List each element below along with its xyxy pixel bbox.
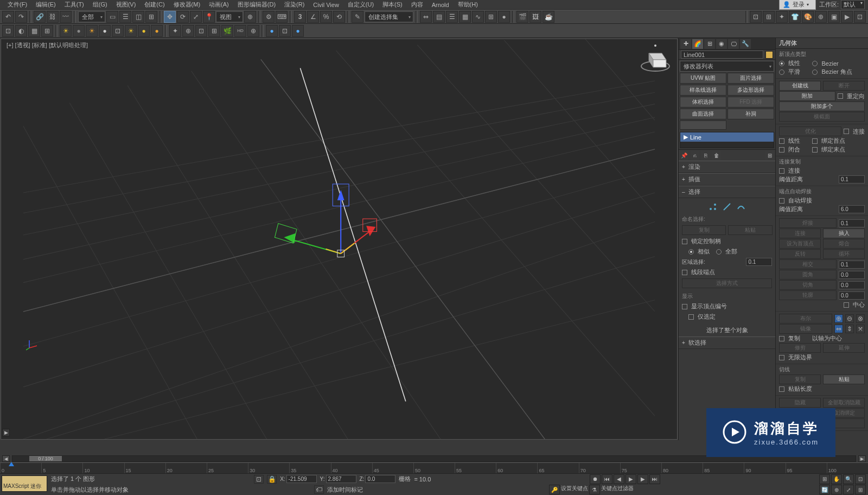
menu-group[interactable]: 组(G) xyxy=(88,1,112,9)
threshold2-spinner[interactable]: 6.0 xyxy=(839,205,865,213)
tb2-light-5[interactable]: ☀ xyxy=(125,25,137,37)
edit-named-sel-button[interactable]: ✎ xyxy=(352,11,363,23)
viewport-label[interactable]: [+] [透视] [标准] [默认明暗处理] xyxy=(7,41,88,49)
goto-start-button[interactable]: ⏮ xyxy=(602,474,612,484)
maxscript-listener[interactable]: MAXScript 迷你 xyxy=(2,475,47,492)
menu-customize[interactable]: 自定义(U) xyxy=(343,1,378,9)
object-color-swatch[interactable] xyxy=(765,51,773,59)
render-production-button[interactable]: ☕ xyxy=(542,11,554,23)
next-frame-button[interactable]: ▶ xyxy=(637,474,648,484)
bool-intersect-icon[interactable]: ⊗ xyxy=(856,314,865,323)
tb2-9[interactable]: ⊞ xyxy=(208,25,220,37)
reorient-check[interactable] xyxy=(838,93,843,99)
select-scale-button[interactable]: ⤢ xyxy=(190,11,202,23)
mirror-v-icon[interactable]: ⇕ xyxy=(845,325,854,333)
link-button[interactable]: 🔗 xyxy=(34,11,46,23)
spline-subobj-icon[interactable] xyxy=(737,202,745,211)
threshold-spinner[interactable]: 0.1 xyxy=(839,175,865,183)
tb-extra-1[interactable]: ⊡ xyxy=(750,11,762,23)
lock-icon[interactable]: 🔒 xyxy=(267,475,277,484)
rollout-selection[interactable]: 选择 xyxy=(679,186,775,198)
viewport-nav-2[interactable]: ✋ xyxy=(831,474,842,484)
goto-end-button[interactable]: ⏭ xyxy=(649,474,660,484)
tb2-light-1[interactable]: ☀ xyxy=(60,25,72,37)
select-object-button[interactable]: ▭ xyxy=(106,11,118,23)
mod-poly-select[interactable]: 多边形选择 xyxy=(727,85,774,96)
mirror-h-icon[interactable]: ⇔ xyxy=(834,325,843,333)
tb-extra-5[interactable]: 🎨 xyxy=(802,11,814,23)
menu-edit[interactable]: 编辑(E) xyxy=(31,1,60,9)
tb-extra-3[interactable]: ✦ xyxy=(776,11,788,23)
tb-extra-4[interactable]: 👕 xyxy=(789,11,801,23)
remove-modifier-icon[interactable]: 🗑 xyxy=(712,151,721,160)
selection-filter-dropdown[interactable]: 全部 xyxy=(78,11,105,22)
smooth-radio[interactable] xyxy=(779,69,784,75)
outline-spinner[interactable]: 0.0 xyxy=(839,291,865,300)
keyboard-shortcut-button[interactable]: ⌨ xyxy=(276,11,288,23)
tb2-light-6[interactable]: ● xyxy=(138,25,150,37)
linear-check[interactable] xyxy=(779,138,784,144)
bezier-radio[interactable] xyxy=(812,61,818,66)
seg-end-check[interactable] xyxy=(682,270,687,275)
viewport-nav-4[interactable]: ⊡ xyxy=(855,474,866,484)
slider-next[interactable]: ▶ xyxy=(858,455,866,462)
tb2-14[interactable]: ⊡ xyxy=(279,25,291,37)
viewport-nav-1[interactable]: ⊞ xyxy=(819,474,830,484)
tb2-light-3[interactable]: ☀ xyxy=(86,25,98,37)
chamfer-spinner[interactable]: 0.0 xyxy=(839,281,865,289)
mod-spline-select[interactable]: 样条线选择 xyxy=(680,85,726,96)
viewport-nav-6[interactable]: ⊕ xyxy=(831,485,842,494)
stack-item-line[interactable]: ▶Line xyxy=(680,132,774,142)
mod-patch-select[interactable]: 面片选择 xyxy=(727,73,774,84)
modify-tab[interactable]: 🌈 xyxy=(692,39,703,49)
select-manipulate-button[interactable]: ⚙ xyxy=(263,11,275,23)
undo-button[interactable]: ↶ xyxy=(2,11,14,23)
lock-handles-check[interactable] xyxy=(682,239,687,244)
layer-explorer-button[interactable]: ☰ xyxy=(446,11,458,23)
key-filter-button[interactable]: ⚗ xyxy=(589,485,600,494)
tb-extra-7[interactable]: ▣ xyxy=(828,11,840,23)
redo-button[interactable]: ↷ xyxy=(15,11,27,23)
bind-last-check[interactable] xyxy=(812,147,818,153)
modifier-stack[interactable]: ▶Line xyxy=(680,132,774,148)
mod-uvw-map[interactable]: UVW 贴图 xyxy=(680,73,726,84)
percent-snap-button[interactable]: % xyxy=(320,11,332,23)
menu-rendering[interactable]: 渲染(R) xyxy=(280,1,309,9)
spinner-snap-button[interactable]: ⟲ xyxy=(333,11,345,23)
z-coord-input[interactable]: 0.0 xyxy=(365,475,395,483)
mod-vol-select[interactable]: 体积选择 xyxy=(680,97,726,107)
pin-stack-icon[interactable]: 📌 xyxy=(680,151,688,160)
create-line-button[interactable]: 创建线 xyxy=(779,81,821,91)
play-button[interactable]: ▶ xyxy=(626,474,636,484)
center-check[interactable] xyxy=(844,302,849,308)
render-setup-button[interactable]: 🎬 xyxy=(516,11,528,23)
trackbar-expand-button[interactable]: ▶ xyxy=(2,429,10,436)
select-place-button[interactable]: 📍 xyxy=(203,11,215,23)
align-button[interactable]: ▤ xyxy=(433,11,445,23)
tb-extra-2[interactable]: ⊞ xyxy=(763,11,775,23)
window-crossing-button[interactable]: ⊞ xyxy=(145,11,157,23)
ref-coord-dropdown[interactable]: 视图 xyxy=(216,11,243,22)
unlink-button[interactable]: ⛓ xyxy=(47,11,59,23)
menu-graph-editors[interactable]: 图形编辑器(D) xyxy=(233,1,280,9)
tb-extra-8[interactable]: ▶ xyxy=(841,11,853,23)
tb2-15[interactable]: ● xyxy=(292,25,304,37)
similar-radio[interactable] xyxy=(688,249,694,255)
menu-help[interactable]: 帮助(H) xyxy=(454,1,482,9)
mirror-both-icon[interactable]: ⤧ xyxy=(856,325,865,333)
create-tab[interactable]: ✚ xyxy=(680,39,691,49)
connect-copy-check[interactable] xyxy=(779,168,784,174)
cross-spinner[interactable]: 0.1 xyxy=(839,261,865,269)
hierarchy-tab[interactable]: ⊞ xyxy=(704,39,715,49)
inf-bounds-check[interactable] xyxy=(779,355,784,360)
menu-tools[interactable]: 工具(T) xyxy=(60,1,88,9)
tb2-2[interactable]: ◐ xyxy=(15,25,27,37)
viewport-nav-8[interactable]: ⊞ xyxy=(855,485,866,494)
rollout-interpolation[interactable]: 插值 xyxy=(679,174,775,186)
bool-subtract-icon[interactable]: ⊖ xyxy=(845,314,854,323)
attach-mult-button[interactable]: 附加多个 xyxy=(779,101,865,111)
paste-len-check[interactable] xyxy=(779,386,784,392)
named-selection-dropdown[interactable]: 创建选择集 xyxy=(365,11,413,22)
tangent-paste-button[interactable]: 粘贴 xyxy=(823,375,865,384)
tb2-7[interactable]: ⊕ xyxy=(182,25,194,37)
